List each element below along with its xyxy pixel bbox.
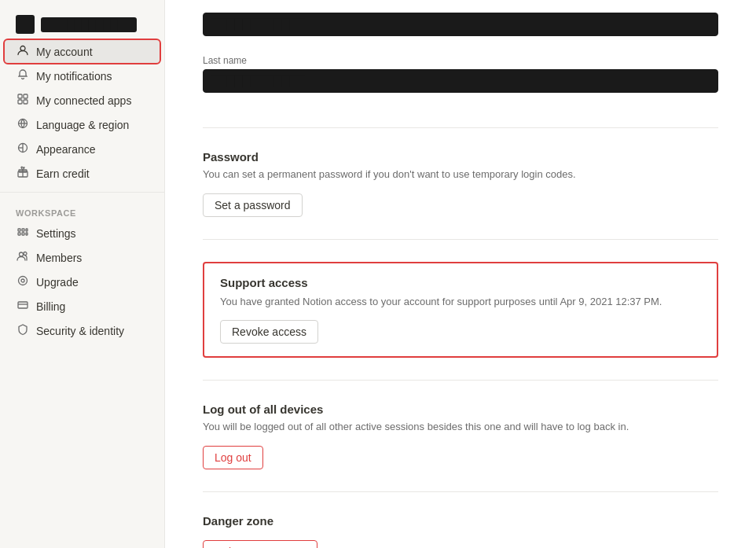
sidebar-item-my-connected-apps[interactable]: My connected apps: [5, 89, 160, 112]
svg-rect-9: [18, 229, 20, 231]
svg-point-15: [20, 252, 24, 256]
sidebar-item-members[interactable]: Members: [5, 246, 160, 269]
first-name-input[interactable]: [203, 13, 718, 36]
appearance-icon: [16, 142, 30, 156]
svg-rect-14: [26, 233, 28, 235]
sidebar-item-label: Earn credit: [36, 167, 90, 180]
sidebar-item-security-identity[interactable]: Security & identity: [5, 319, 160, 342]
sidebar-item-language-region[interactable]: Language & region: [5, 113, 160, 136]
svg-point-0: [20, 46, 25, 51]
last-name-field-group: Last name: [203, 13, 718, 101]
svg-rect-1: [18, 94, 22, 98]
last-name-section: Last name: [203, 0, 718, 128]
sidebar-divider: [0, 192, 164, 193]
revoke-access-button[interactable]: Revoke access: [220, 320, 318, 344]
support-access-title: Support access: [220, 276, 701, 289]
svg-point-17: [19, 277, 28, 285]
sidebar-item-my-account[interactable]: My account: [5, 40, 160, 63]
sidebar-item-settings[interactable]: Settings: [5, 222, 160, 245]
gift-icon: [16, 166, 30, 181]
sidebar-user[interactable]: ████████: [5, 10, 160, 39]
globe-icon: [16, 117, 30, 132]
sidebar-item-label: My account: [36, 46, 93, 58]
svg-rect-19: [18, 302, 28, 308]
svg-rect-13: [26, 229, 28, 231]
workspace-section-label: WORKSPACE: [0, 199, 164, 221]
support-access-box: Support access You have granted Notion a…: [203, 262, 718, 359]
shield-icon: [16, 323, 30, 338]
sidebar-item-label: My connected apps: [36, 94, 131, 107]
support-access-desc: You have granted Notion access to your a…: [220, 294, 701, 310]
sidebar-item-label: Members: [36, 252, 82, 264]
upgrade-icon: [16, 274, 30, 289]
sidebar-item-billing[interactable]: Billing: [5, 295, 160, 318]
password-desc: You can set a permanent password if you …: [203, 167, 718, 182]
svg-point-16: [24, 252, 27, 256]
password-section: Password You can set a permanent passwor…: [203, 128, 718, 240]
sidebar-item-earn-credit[interactable]: Earn credit: [5, 162, 160, 185]
set-password-button[interactable]: Set a password: [203, 193, 303, 217]
svg-point-18: [21, 279, 24, 282]
svg-rect-11: [22, 229, 24, 231]
sidebar: ████████ My account My notifications: [0, 0, 165, 548]
sidebar-item-label: Appearance: [36, 143, 96, 156]
settings-icon: [16, 226, 30, 241]
support-access-section: Support access You have granted Notion a…: [203, 240, 718, 381]
delete-account-button[interactable]: Delete my account: [203, 540, 317, 549]
logout-title: Log out of all devices: [203, 403, 718, 416]
sidebar-item-label: Language & region: [36, 119, 129, 131]
svg-rect-4: [24, 100, 28, 104]
logout-section: Log out of all devices You will be logge…: [203, 381, 718, 492]
sidebar-item-appearance[interactable]: Appearance: [5, 138, 160, 160]
sidebar-item-upgrade[interactable]: Upgrade: [5, 270, 160, 293]
logout-desc: You will be logged out of all other acti…: [203, 419, 718, 435]
account-icon: [16, 44, 30, 59]
svg-rect-3: [18, 100, 22, 104]
last-name-label: Last name: [203, 55, 718, 66]
members-icon: [16, 250, 30, 265]
password-title: Password: [203, 150, 718, 164]
logout-button[interactable]: Log out: [203, 446, 263, 469]
sidebar-item-label: Billing: [36, 300, 65, 313]
svg-rect-12: [22, 233, 24, 235]
last-name-input[interactable]: [203, 69, 718, 93]
billing-icon: [16, 299, 30, 314]
apps-icon: [16, 93, 30, 108]
user-name-label: ████████: [41, 17, 137, 32]
sidebar-item-label: Settings: [36, 227, 76, 240]
main-content: Last name Password You can set a permane…: [165, 0, 756, 548]
danger-section: Danger zone Delete my account: [203, 492, 718, 549]
avatar: [16, 15, 35, 34]
sidebar-item-label: My notifications: [36, 70, 112, 83]
svg-rect-10: [18, 233, 20, 235]
sidebar-item-label: Upgrade: [36, 276, 79, 289]
svg-rect-2: [24, 94, 28, 98]
danger-title: Danger zone: [203, 514, 718, 528]
bell-icon: [16, 68, 30, 83]
sidebar-item-label: Security & identity: [36, 325, 124, 337]
sidebar-item-my-notifications[interactable]: My notifications: [5, 64, 160, 87]
